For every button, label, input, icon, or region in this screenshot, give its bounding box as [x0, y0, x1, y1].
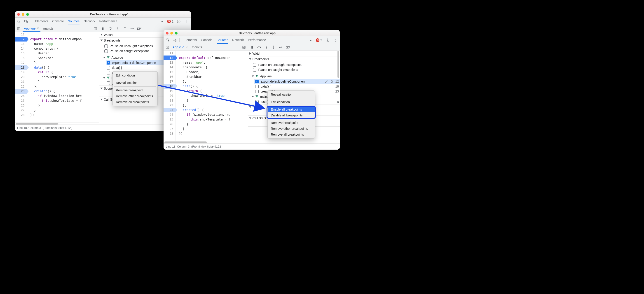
edit-icon[interactable]: [325, 80, 328, 83]
checkbox-icon[interactable]: [106, 81, 110, 85]
tab-console[interactable]: Console: [201, 36, 212, 44]
checkbox-icon[interactable]: [104, 44, 108, 48]
menu-remove-other-breakpoints[interactable]: Remove other breakpoints: [113, 93, 158, 99]
settings-icon[interactable]: [176, 18, 182, 24]
file-tab-app-vue[interactable]: App.vue ✕: [22, 26, 40, 31]
step-icon[interactable]: [278, 45, 283, 50]
checkbox-icon[interactable]: [255, 80, 259, 83]
navigator-toggle-icon[interactable]: [165, 45, 170, 50]
section-title: Breakpoints: [252, 57, 269, 61]
step-icon[interactable]: [130, 26, 135, 31]
settings-icon[interactable]: [324, 37, 330, 43]
line-gutter[interactable]: 111213141516171819202122232425262728: [164, 51, 176, 141]
traffic-lights[interactable]: [166, 32, 178, 34]
menu-edit-condition[interactable]: Edit condition: [113, 72, 158, 78]
menu-enable-all-breakpoints[interactable]: Enable all breakpoints: [268, 106, 315, 112]
close-tab-icon[interactable]: ✕: [186, 45, 188, 49]
step-out-icon[interactable]: [271, 45, 276, 50]
navigator-toggle-icon[interactable]: [16, 26, 21, 31]
debugger-toggle-icon[interactable]: [242, 45, 246, 50]
tab-performance[interactable]: Performance: [99, 18, 117, 25]
pause-resume-icon[interactable]: [250, 45, 254, 50]
file-tab-main-ts[interactable]: main.ts: [190, 44, 203, 50]
tab-performance[interactable]: Performance: [248, 36, 266, 44]
pause-resume-icon[interactable]: [101, 26, 106, 31]
menu-remove-all-breakpoints[interactable]: Remove all breakpoints: [268, 132, 315, 137]
code-editor[interactable]: 111213141516171819202122232425262728 exp…: [164, 51, 248, 141]
menu-disable-all-breakpoints[interactable]: Disable all breakpoints: [268, 112, 315, 118]
inspect-icon[interactable]: [16, 18, 22, 24]
checkbox-icon[interactable]: [106, 66, 110, 69]
menu-edit-condition[interactable]: Edit condition: [268, 99, 315, 105]
code-content[interactable]: export default defineCompon name: 'App',…: [27, 32, 99, 122]
checkbox-icon[interactable]: [106, 61, 110, 64]
tab-elements[interactable]: Elements: [35, 18, 48, 25]
minimize-icon[interactable]: [22, 13, 24, 16]
tab-sources[interactable]: Sources: [68, 18, 80, 25]
close-icon[interactable]: [17, 13, 20, 16]
code-content[interactable]: export default defineCompon name: 'App',…: [176, 51, 248, 141]
menu-reveal-location[interactable]: Reveal location: [113, 80, 158, 86]
sourcemap-link[interactable]: index-8bfa4912.j: [50, 126, 72, 129]
kebab-icon[interactable]: ⋮: [184, 18, 190, 24]
menu-remove-breakpoint[interactable]: Remove breakpoint: [268, 120, 315, 126]
traffic-lights[interactable]: [17, 13, 29, 16]
step-into-icon[interactable]: [115, 26, 120, 31]
pause-caught-checkbox[interactable]: Pause on caught exceptions: [252, 67, 339, 72]
more-tabs-icon[interactable]: »: [308, 37, 314, 43]
inspect-icon[interactable]: [165, 37, 171, 43]
menu-remove-all-breakpoints[interactable]: Remove all breakpoints: [113, 99, 158, 105]
menu-reveal-location[interactable]: Reveal location: [268, 92, 315, 97]
tab-network[interactable]: Network: [232, 36, 244, 44]
step-into-icon[interactable]: [264, 45, 269, 50]
checkbox-icon[interactable]: [104, 49, 108, 53]
chevron-down-icon: [103, 57, 106, 58]
menu-remove-breakpoint[interactable]: Remove breakpoint: [113, 87, 158, 93]
tab-console[interactable]: Console: [52, 18, 64, 25]
step-out-icon[interactable]: [122, 26, 128, 31]
checkbox-icon[interactable]: [255, 85, 259, 88]
checkbox-icon[interactable]: [253, 68, 256, 71]
sourcemap-link[interactable]: index-8bfa4912.j: [199, 145, 221, 148]
context-menu-before[interactable]: Edit condition Reveal location Remove br…: [112, 71, 158, 106]
breakpoint-item[interactable]: export default defineComponen 12: [254, 79, 340, 84]
checkbox-icon[interactable]: [253, 63, 256, 66]
file-tab-main-ts[interactable]: main.ts: [42, 26, 55, 31]
debugger-toggle-icon[interactable]: [93, 26, 98, 31]
breakpoint-file-header[interactable]: App.vue: [248, 73, 340, 79]
checkbox-icon[interactable]: [255, 90, 259, 93]
more-tabs-icon[interactable]: »: [159, 18, 165, 24]
kebab-icon[interactable]: ⋮: [332, 37, 338, 43]
menu-remove-other-breakpoints[interactable]: Remove other breakpoints: [268, 126, 315, 132]
error-count-badge[interactable]: ✕2: [167, 20, 174, 23]
line-gutter[interactable]: 111213141516171819202122232425262728: [15, 32, 27, 122]
breakpoint-item[interactable]: data() {18: [254, 84, 340, 89]
error-count-badge[interactable]: ✕2: [316, 38, 322, 42]
file-tab-app-vue[interactable]: App.vue ✕: [171, 44, 189, 50]
delete-icon[interactable]: [330, 80, 334, 83]
pause-uncaught-checkbox[interactable]: Pause on uncaught exceptions: [252, 62, 339, 67]
error-icon: ✕: [316, 38, 320, 42]
device-toolbar-icon[interactable]: [23, 18, 29, 24]
close-tab-icon[interactable]: ✕: [37, 27, 39, 30]
v-scrollbar[interactable]: [338, 51, 339, 143]
deactivate-breakpoints-icon[interactable]: [137, 26, 142, 31]
context-menu-after[interactable]: Reveal location Edit condition Enable al…: [268, 90, 315, 139]
tab-elements[interactable]: Elements: [184, 36, 197, 44]
h-scrollbar[interactable]: [15, 122, 99, 125]
minimize-icon[interactable]: [170, 32, 173, 34]
tab-network[interactable]: Network: [84, 18, 95, 25]
step-over-icon[interactable]: [256, 45, 262, 50]
svg-point-21: [327, 39, 328, 41]
h-scrollbar[interactable]: [164, 141, 248, 143]
checkbox-icon[interactable]: [255, 100, 259, 104]
code-editor[interactable]: 111213141516171819202122232425262728 exp…: [15, 32, 99, 122]
deactivate-breakpoints-icon[interactable]: [286, 45, 290, 50]
device-toolbar-icon[interactable]: [172, 37, 178, 43]
step-over-icon[interactable]: [108, 26, 113, 31]
checkbox-icon[interactable]: [106, 71, 110, 74]
zoom-icon[interactable]: [26, 13, 29, 16]
close-icon[interactable]: [166, 32, 168, 34]
zoom-icon[interactable]: [175, 32, 178, 34]
tab-sources[interactable]: Sources: [216, 36, 228, 44]
